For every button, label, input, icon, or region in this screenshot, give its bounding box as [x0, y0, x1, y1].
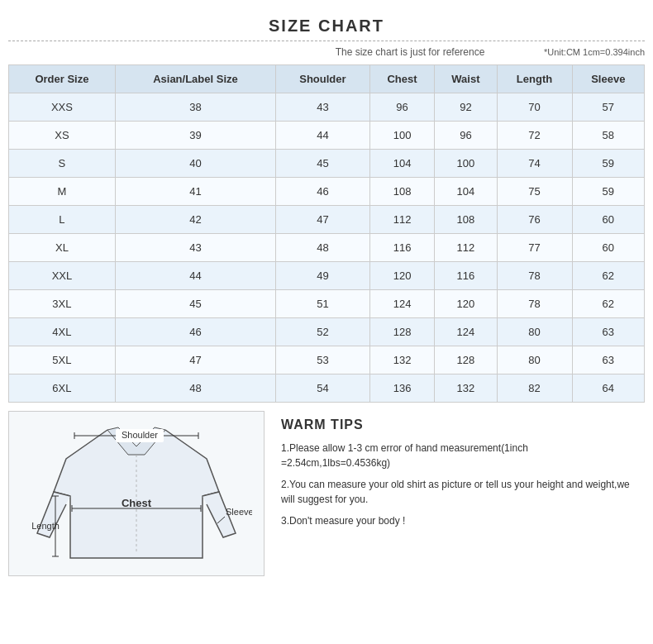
table-cell: M — [9, 178, 116, 206]
table-cell: 46 — [115, 318, 275, 346]
table-cell: 80 — [497, 318, 572, 346]
svg-text:Sleeve: Sleeve — [226, 507, 252, 517]
table-cell: 42 — [115, 206, 275, 234]
table-cell: 60 — [572, 234, 644, 262]
col-waist: Waist — [435, 65, 497, 93]
table-cell: 100 — [369, 122, 435, 150]
table-cell: 120 — [435, 290, 497, 318]
warm-tip-1: 1.Please allow 1-3 cm error of hand meas… — [281, 441, 636, 470]
table-cell: XS — [9, 122, 116, 150]
unit-note: *Unit:CM 1cm=0.394inch — [544, 47, 645, 57]
table-cell: 120 — [369, 262, 435, 290]
table-row: XXS384396927057 — [9, 93, 645, 122]
table-header-row: Order Size Asian/Label Size Shoulder Che… — [9, 65, 645, 93]
table-cell: 112 — [435, 234, 497, 262]
col-length: Length — [497, 65, 572, 93]
size-table: Order Size Asian/Label Size Shoulder Che… — [8, 64, 645, 403]
table-cell: 48 — [115, 374, 275, 403]
table-cell: 58 — [572, 122, 644, 150]
table-cell: 78 — [497, 290, 572, 318]
table-cell: 112 — [369, 206, 435, 234]
table-row: 5XL47531321288063 — [9, 346, 645, 374]
table-cell: 108 — [369, 178, 435, 206]
table-cell: 5XL — [9, 346, 116, 374]
col-label-size: Asian/Label Size — [115, 65, 275, 93]
subtitle-text: The size chart is just for reference — [276, 46, 544, 58]
table-cell: 44 — [276, 122, 370, 150]
col-shoulder: Shoulder — [276, 65, 370, 93]
table-cell: 74 — [497, 150, 572, 178]
table-cell: 59 — [572, 150, 644, 178]
table-cell: 59 — [572, 178, 644, 206]
table-row: 4XL46521281248063 — [9, 318, 645, 346]
title-section: SIZE CHART The size chart is just for re… — [8, 17, 645, 58]
table-row: XL43481161127760 — [9, 234, 645, 262]
svg-text:Shoulder: Shoulder — [122, 430, 158, 440]
table-cell: 104 — [369, 150, 435, 178]
svg-text:Length: Length — [31, 521, 60, 531]
table-cell: 41 — [115, 178, 275, 206]
table-cell: 47 — [115, 346, 275, 374]
table-cell: 96 — [435, 122, 497, 150]
table-cell: 53 — [276, 346, 370, 374]
main-title: SIZE CHART — [8, 17, 645, 36]
table-cell: 124 — [369, 290, 435, 318]
table-cell: 100 — [435, 150, 497, 178]
table-cell: 62 — [572, 262, 644, 290]
table-cell: 116 — [435, 262, 497, 290]
table-cell: 108 — [435, 206, 497, 234]
table-cell: 54 — [276, 374, 370, 403]
table-cell: 63 — [572, 318, 644, 346]
shirt-diagram-svg: Shoulder Chest Sleeve Length — [21, 417, 252, 570]
table-row: 3XL45511241207862 — [9, 290, 645, 318]
table-cell: 39 — [115, 122, 275, 150]
table-cell: 78 — [497, 262, 572, 290]
table-cell: 104 — [435, 178, 497, 206]
page-wrapper: SIZE CHART The size chart is just for re… — [0, 0, 653, 584]
table-cell: 48 — [276, 234, 370, 262]
table-cell: 40 — [115, 150, 275, 178]
table-row: M41461081047559 — [9, 178, 645, 206]
table-cell: XXS — [9, 93, 116, 122]
table-cell: 132 — [435, 374, 497, 403]
table-cell: 4XL — [9, 318, 116, 346]
table-cell: S — [9, 150, 116, 178]
warm-tip-3: 3.Don't measure your body ! — [281, 513, 636, 528]
table-cell: 45 — [115, 290, 275, 318]
table-cell: L — [9, 206, 116, 234]
warm-tips-title: WARM TIPS — [281, 417, 636, 432]
col-chest: Chest — [369, 65, 435, 93]
dotted-divider — [8, 41, 645, 41]
table-cell: 52 — [276, 318, 370, 346]
table-cell: 75 — [497, 178, 572, 206]
table-row: L42471121087660 — [9, 206, 645, 234]
table-cell: 45 — [276, 150, 370, 178]
subtitle-row: The size chart is just for reference *Un… — [8, 46, 645, 58]
table-cell: 64 — [572, 374, 644, 403]
table-row: XS3944100967258 — [9, 122, 645, 150]
table-cell: 44 — [115, 262, 275, 290]
svg-text:Chest: Chest — [122, 497, 152, 509]
table-cell: 72 — [497, 122, 572, 150]
table-cell: 47 — [276, 206, 370, 234]
table-cell: 63 — [572, 346, 644, 374]
warm-tip-2: 2.You can measure your old shirt as pict… — [281, 477, 636, 507]
table-cell: 62 — [572, 290, 644, 318]
table-cell: 70 — [497, 93, 572, 122]
table-cell: 46 — [276, 178, 370, 206]
table-row: XXL44491201167862 — [9, 262, 645, 290]
bottom-section: Shoulder Chest Sleeve Length WARM TI — [8, 411, 645, 576]
table-cell: 43 — [276, 93, 370, 122]
table-cell: 116 — [369, 234, 435, 262]
table-row: S40451041007459 — [9, 150, 645, 178]
table-cell: 6XL — [9, 374, 116, 403]
table-cell: 124 — [435, 318, 497, 346]
table-cell: XL — [9, 234, 116, 262]
table-cell: 76 — [497, 206, 572, 234]
table-cell: 57 — [572, 93, 644, 122]
table-cell: 132 — [369, 346, 435, 374]
table-row: 6XL48541361328264 — [9, 374, 645, 403]
col-order-size: Order Size — [9, 65, 116, 93]
col-sleeve: Sleeve — [572, 65, 644, 93]
table-cell: 80 — [497, 346, 572, 374]
